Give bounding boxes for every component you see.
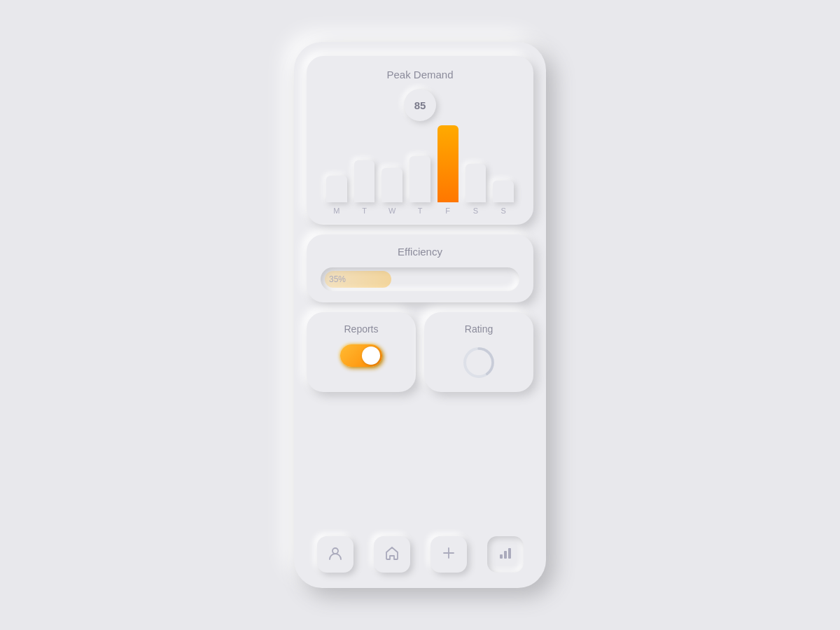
svg-rect-5 — [500, 554, 503, 559]
add-icon — [441, 545, 456, 564]
day-label: S — [493, 206, 514, 215]
nav-home[interactable] — [374, 536, 410, 573]
bottom-row: Reports Rating — [307, 312, 533, 392]
day-label: F — [438, 206, 458, 215]
day-label: T — [410, 206, 430, 215]
home-icon — [384, 545, 400, 564]
svg-rect-6 — [504, 551, 507, 559]
bar-wrap — [465, 125, 486, 202]
bar — [354, 160, 375, 203]
bar-wrap — [354, 125, 375, 202]
bar — [326, 176, 347, 203]
active-bar — [438, 125, 458, 202]
reports-card: Reports — [307, 312, 416, 392]
efficiency-bar-wrap: 35% — [321, 267, 519, 291]
phone-container: Peak Demand 85 MTWTFSS Efficiency 35% Re… — [294, 42, 546, 588]
peak-value-bubble: 85 — [404, 89, 436, 121]
nav-bar — [307, 531, 533, 578]
svg-point-2 — [332, 548, 338, 554]
efficiency-title: Efficiency — [321, 246, 519, 258]
bars-container — [321, 125, 519, 202]
day-label: T — [354, 206, 375, 215]
rating-card: Rating — [424, 312, 533, 392]
reports-toggle[interactable] — [340, 344, 382, 367]
svg-rect-7 — [508, 548, 511, 559]
nav-profile[interactable] — [317, 536, 354, 573]
chart-area: 85 MTWTFSS — [321, 89, 519, 215]
reports-title: Reports — [344, 323, 378, 335]
day-labels: MTWTFSS — [321, 202, 519, 215]
rating-arc-chart — [461, 344, 497, 381]
toggle-knob — [362, 346, 380, 365]
rating-title: Rating — [465, 323, 493, 335]
nav-add[interactable] — [430, 536, 467, 573]
bar-wrap — [326, 125, 347, 202]
nav-charts[interactable] — [487, 536, 524, 573]
day-label: S — [465, 206, 486, 215]
bar-wrap — [382, 125, 402, 202]
efficiency-label: 35% — [329, 274, 346, 284]
bar-wrap — [438, 125, 458, 202]
profile-icon — [328, 545, 343, 564]
bar-wrap — [410, 125, 430, 202]
bar — [382, 168, 402, 203]
efficiency-card: Efficiency 35% — [307, 234, 533, 302]
bar — [410, 156, 430, 202]
day-label: M — [326, 206, 347, 215]
peak-demand-title: Peak Demand — [321, 69, 519, 80]
day-label: W — [382, 206, 402, 215]
bar — [493, 181, 514, 202]
peak-demand-card: Peak Demand 85 MTWTFSS — [307, 56, 533, 225]
bar — [465, 164, 486, 202]
charts-icon — [498, 545, 513, 564]
bar-wrap — [493, 125, 514, 202]
